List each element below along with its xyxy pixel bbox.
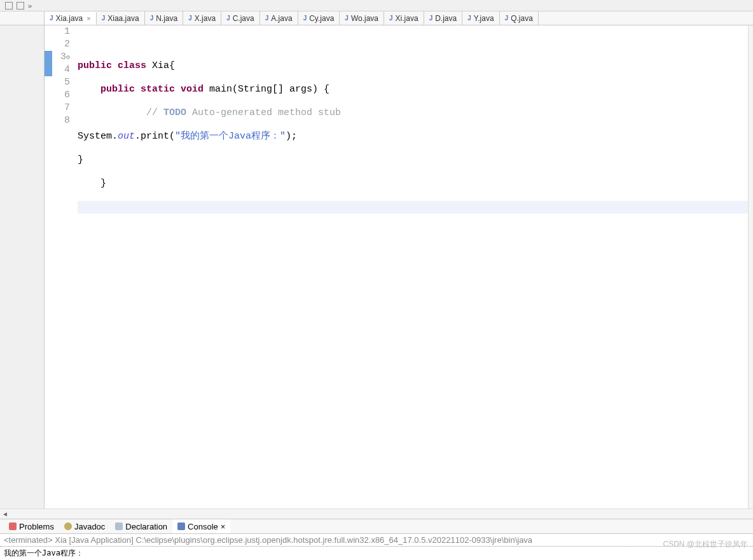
- viewtab-declaration[interactable]: Declaration: [110, 519, 172, 533]
- editor-area: 1 2 3⊖ 4 5 6 7 8 public class Xia{ publi…: [0, 25, 753, 509]
- code-line: [78, 36, 748, 49]
- java-file-icon: J: [226, 15, 230, 22]
- fold-icon[interactable]: ⊖: [66, 54, 70, 61]
- viewtab-problems[interactable]: Problems: [4, 519, 59, 533]
- console-header: <terminated> Xia [Java Application] C:\e…: [0, 534, 753, 547]
- left-gutter: [0, 25, 45, 509]
- java-file-icon: J: [467, 15, 471, 22]
- line-numbers: 1 2 3⊖ 4 5 6 7 8: [52, 25, 75, 509]
- tab-a[interactable]: JA.java: [260, 11, 298, 25]
- tab-label: X.java: [195, 14, 216, 23]
- problems-icon: [9, 522, 17, 530]
- viewtab-javadoc[interactable]: Javadoc: [59, 519, 110, 533]
- tab-xi[interactable]: JXi.java: [384, 11, 424, 25]
- code-line-current: [78, 201, 748, 214]
- tab-label: Xi.java: [396, 14, 418, 23]
- tab-c[interactable]: JC.java: [221, 11, 260, 25]
- java-file-icon: J: [303, 15, 307, 22]
- java-file-icon: J: [50, 15, 53, 22]
- viewtab-console[interactable]: Console ×: [172, 519, 230, 533]
- tab-label: A.java: [271, 14, 292, 23]
- tab-n[interactable]: JN.java: [145, 11, 184, 25]
- overview-ruler[interactable]: [748, 25, 753, 509]
- java-file-icon: J: [102, 15, 106, 22]
- tab-label: Xiaa.java: [107, 14, 139, 23]
- java-file-icon: J: [150, 15, 154, 22]
- java-file-icon: J: [345, 15, 349, 22]
- console-output[interactable]: 我的第一个Java程序：: [0, 547, 753, 560]
- java-file-icon: J: [389, 15, 393, 22]
- code-line: // TODO Auto-generated method stub: [78, 107, 748, 120]
- tab-label: Y.java: [474, 14, 494, 23]
- tab-label: Wo.java: [351, 14, 378, 23]
- tab-label: Xia.java: [56, 14, 83, 23]
- tab-y[interactable]: JY.java: [462, 11, 499, 25]
- code-editor[interactable]: 1 2 3⊖ 4 5 6 7 8 public class Xia{ publi…: [45, 25, 753, 509]
- tab-d[interactable]: JD.java: [424, 11, 463, 25]
- tab-xia[interactable]: J Xia.java ×: [45, 12, 97, 25]
- code-content[interactable]: public class Xia{ public static void mai…: [78, 25, 748, 509]
- code-line: public class Xia{: [78, 60, 748, 72]
- tab-label: D.java: [435, 14, 457, 23]
- tabbar-left-gutter: [0, 11, 45, 25]
- tab-xiaa[interactable]: JXiaa.java: [97, 11, 145, 25]
- declaration-icon: [115, 522, 123, 530]
- console-icon: [177, 522, 185, 530]
- tab-label: C.java: [233, 14, 254, 23]
- close-icon[interactable]: ×: [221, 522, 226, 531]
- java-file-icon: J: [429, 15, 433, 22]
- chevron-icon[interactable]: »: [28, 2, 32, 10]
- toolbar-strip: »: [0, 0, 753, 11]
- editor-tabs: J Xia.java × JXiaa.java JN.java JX.java …: [0, 11, 753, 25]
- javadoc-icon: [64, 522, 72, 530]
- tab-label: Cy.java: [309, 14, 334, 23]
- min-icon[interactable]: [5, 2, 13, 10]
- java-file-icon: J: [265, 15, 269, 22]
- code-line: System.out.print("我的第一个Java程序：");: [78, 130, 748, 143]
- tab-wo[interactable]: JWo.java: [340, 11, 384, 25]
- scroll-left-icon[interactable]: ◄: [0, 510, 10, 517]
- marker-line3[interactable]: [45, 51, 52, 64]
- tab-cy[interactable]: JCy.java: [298, 11, 340, 25]
- tab-label: Q.java: [511, 14, 533, 23]
- code-line: }: [78, 177, 748, 190]
- tab-q[interactable]: JQ.java: [500, 11, 539, 25]
- tab-x[interactable]: JX.java: [183, 11, 221, 25]
- code-line: public static void main(String[] args) {: [78, 83, 748, 96]
- tab-label: N.java: [156, 14, 177, 23]
- marker-column: [45, 25, 52, 509]
- close-icon[interactable]: ×: [86, 15, 90, 22]
- view-tabs: Problems Javadoc Declaration Console ×: [0, 519, 753, 534]
- max-icon[interactable]: [17, 2, 24, 10]
- marker-line4[interactable]: [45, 64, 52, 76]
- java-file-icon: J: [505, 15, 509, 22]
- editor-hscroll[interactable]: ◄: [0, 509, 753, 519]
- java-file-icon: J: [188, 15, 192, 22]
- code-line: }: [78, 154, 748, 167]
